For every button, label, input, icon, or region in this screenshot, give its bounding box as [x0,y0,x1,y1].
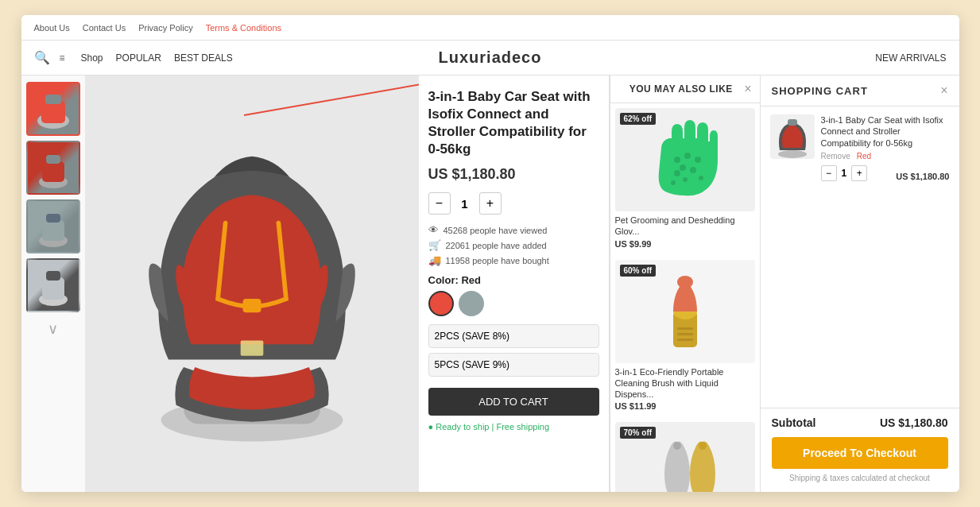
cart-qty-increase-button[interactable]: + [851,165,867,181]
brand-logo: Luxuriadeco [439,48,542,67]
nav-new-arrivals[interactable]: NEW ARRIVALS [875,52,946,64]
svg-rect-2 [45,95,61,104]
svg-point-33 [673,442,681,450]
quantity-row: − 1 + [428,192,599,215]
cart-item-color-label[interactable]: Red [857,152,871,161]
also-like-item-1[interactable]: 62% off [615,108,755,249]
nav-privacy[interactable]: Privacy Policy [138,23,192,33]
stat-views-text: 45268 people have viewed [444,226,548,235]
subtotal-label: Subtotal [772,416,816,429]
svg-rect-10 [42,277,64,300]
color-label: Color: Red [428,274,599,286]
glove-image [641,116,729,203]
svg-point-23 [674,170,680,176]
svg-rect-36 [788,119,797,126]
earring-image [653,434,717,492]
cart-qty-value: 1 [842,168,847,179]
svg-point-34 [699,442,707,450]
also-like-img-2: 60% off [615,260,755,363]
cart-header: SHOPPING CART × [761,75,959,106]
discount-badge-2: 60% off [620,265,657,277]
cart-items-list: 3-in-1 Baby Car Seat with Isofix Connect… [761,106,959,408]
thumbnail-scroll-down[interactable]: ∨ [48,320,58,338]
also-like-name-1: Pet Grooming and Deshedding Glov... [615,215,755,238]
svg-rect-31 [677,333,693,335]
also-like-panel: YOU MAY ALSO LIKE × 62% off [610,75,761,492]
also-like-title: YOU MAY ALSO LIKE [618,83,745,95]
also-like-img-1: 62% off [615,108,755,211]
cart-stat-icon: 🛒 [428,239,441,251]
cart-qty-decrease-button[interactable]: − [821,165,837,181]
svg-rect-7 [42,220,64,241]
svg-rect-8 [46,214,60,223]
svg-rect-5 [46,155,60,164]
nav-right: NEW ARRIVALS [875,52,946,64]
svg-line-17 [244,82,419,115]
thumbnail-1[interactable] [26,82,80,136]
nav-links: ≡ Shop POPULAR BEST DEALS [60,52,233,64]
bundle-2pcs-button[interactable]: 2PCS (SAVE 8%) [428,324,599,348]
svg-rect-15 [240,341,263,356]
nav-popular[interactable]: POPULAR [116,52,161,64]
svg-rect-1 [41,101,65,123]
subtotal-value: US $1,180.80 [880,416,948,429]
quantity-value: 1 [457,197,473,211]
stat-views: 👁 45268 people have viewed [428,224,599,236]
discount-badge-1: 62% off [620,113,657,125]
stat-added-text: 22061 people have added [446,241,547,250]
quantity-increase-button[interactable]: + [479,192,502,215]
quantity-decrease-button[interactable]: − [428,192,451,215]
top-nav: About Us Contact Us Privacy Policy Terms… [21,15,959,41]
bundle-5pcs-button[interactable]: 5PCS (SAVE 9%) [428,353,599,377]
thumbnail-2[interactable] [26,141,80,195]
thumbnail-3[interactable] [26,199,80,254]
checkout-button[interactable]: Proceed To Checkout [772,437,948,469]
also-like-price-2: US $11.99 [615,401,755,411]
nav-best-deals[interactable]: BEST DEALS [174,52,233,64]
cart-item-info-1: 3-in-1 Baby Car Seat with Isofix Connect… [821,114,950,181]
cart-item-qty-row: − 1 + [821,165,868,181]
also-like-item-2[interactable]: 60% off 3-in-1 Eco [615,260,755,412]
nav-contact[interactable]: Contact Us [83,23,126,33]
also-like-close-button[interactable]: × [744,82,751,96]
svg-rect-14 [242,299,261,312]
color-swatch-gray[interactable] [459,291,484,316]
search-icon[interactable]: 🔍 [34,50,50,65]
svg-point-18 [674,157,680,163]
product-page: ∨ [21,75,610,492]
cart-item-price-1: US $1,180.80 [896,172,949,181]
svg-point-26 [671,180,676,185]
nav-shop[interactable]: Shop [81,52,103,64]
main-product-image [101,117,403,451]
discount-badge-3: 70% off [620,427,657,439]
stat-bought: 🚚 11958 people have bought [428,254,599,266]
cart-item-img-1 [770,114,815,159]
eye-icon: 👁 [428,224,439,236]
shopping-cart-panel: SHOPPING CART × 3-in-1 Baby Car Seat w [761,75,959,492]
product-price: US $1,180.80 [428,166,599,183]
main-product-image-area [85,75,419,492]
svg-point-20 [695,157,701,163]
cart-close-button[interactable]: × [940,83,947,98]
also-like-header: YOU MAY ALSO LIKE × [610,75,760,103]
also-like-img-3: 70% off [615,422,755,492]
shipping-info: ● Ready to ship | Free shipping [428,422,599,432]
svg-point-35 [778,150,807,158]
also-like-name-2: 3-in-1 Eco-Friendly Portable Cleaning Br… [615,366,755,401]
cart-item-name-1: 3-in-1 Baby Car Seat with Isofix Connect… [821,114,950,149]
thumbnail-4[interactable] [26,258,80,312]
svg-rect-4 [42,161,64,182]
svg-point-29 [677,276,693,288]
nav-terms[interactable]: Terms & Conditions [206,23,281,33]
menu-icon: ≡ [60,52,65,64]
content-area: ∨ [21,75,959,492]
also-like-item-3[interactable]: 70% off Chunky Vintage Gold & Silver Tea… [615,422,755,492]
cart-title: SHOPPING CART [772,85,868,97]
nav-about[interactable]: About Us [34,23,70,33]
svg-rect-30 [677,327,693,330]
svg-point-21 [680,164,686,171]
color-swatch-red[interactable] [428,291,454,316]
cart-item-remove-button[interactable]: Remove [821,152,850,161]
add-to-cart-button[interactable]: ADD TO CART [428,388,599,416]
brush-image [657,268,713,355]
